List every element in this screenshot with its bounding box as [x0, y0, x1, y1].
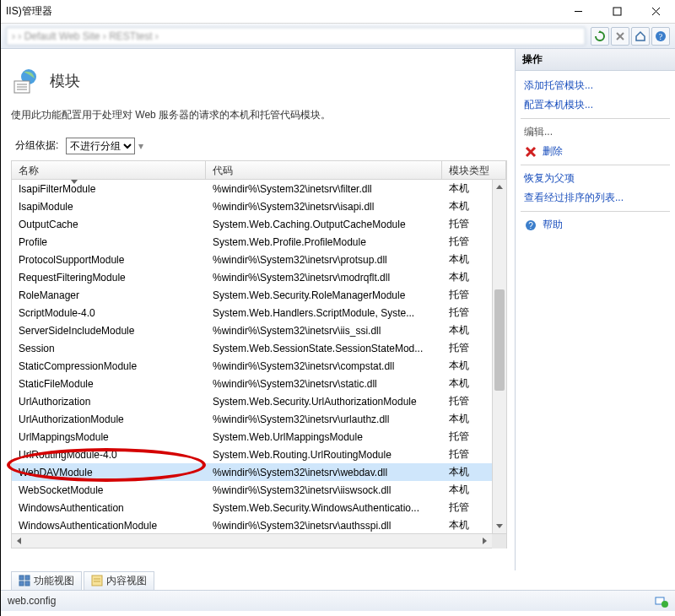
svg-rect-20: [25, 581, 30, 586]
table-row[interactable]: UrlAuthorizationModule%windir%\System32\…: [12, 410, 492, 428]
page-description: 使用此功能配置用于处理对 Web 服务器的请求的本机和托管代码模块。: [11, 108, 511, 122]
cell-name: ScriptModule-4.0: [12, 307, 206, 319]
cell-name: UrlMappingsModule: [12, 431, 206, 443]
page-title: 模块: [50, 71, 80, 91]
cell-code: %windir%\System32\inetsrv\urlauthz.dll: [206, 413, 442, 425]
refresh-icon[interactable]: [591, 27, 609, 46]
cell-name: Profile: [12, 236, 206, 248]
table-row[interactable]: UrlRoutingModule-4.0System.Web.Routing.U…: [12, 446, 492, 463]
cell-code: %windir%\System32\inetsrv\static.dll: [206, 378, 442, 390]
actions-header: 操作: [516, 49, 675, 71]
cell-name: UrlAuthorization: [12, 396, 206, 408]
cell-type: 本机: [442, 199, 492, 213]
svg-rect-1: [613, 8, 621, 15]
scroll-right-arrow[interactable]: [478, 534, 492, 548]
vertical-scrollbar[interactable]: [492, 180, 506, 533]
col-type[interactable]: 模块类型: [442, 161, 506, 179]
action-delete[interactable]: 删除: [519, 142, 672, 161]
action-configure-native[interactable]: 配置本机模块...: [519, 95, 672, 115]
cell-code: %windir%\System32\inetsrv\webdav.dll: [206, 467, 442, 478]
breadcrumb-field[interactable]: › › Default Web Site › RESTtest ›: [6, 27, 586, 46]
maximize-button[interactable]: [597, 0, 636, 23]
minimize-button[interactable]: [559, 0, 597, 23]
cell-type: 本机: [442, 518, 492, 532]
table-row[interactable]: RequestFilteringModule%windir%\System32\…: [12, 268, 492, 286]
cell-type: 本机: [442, 181, 492, 196]
cell-type: 托管: [442, 288, 492, 302]
table-row[interactable]: IsapiFilterModule%windir%\System32\inets…: [12, 180, 492, 197]
modules-icon: [11, 66, 41, 96]
table-row[interactable]: ProfileSystem.Web.Profile.ProfileModule托…: [12, 233, 492, 251]
action-add-managed[interactable]: 添加托管模块...: [519, 76, 672, 95]
table-row[interactable]: ScriptModule-4.0System.Web.Handlers.Scri…: [12, 304, 492, 322]
cell-type: 托管: [442, 341, 492, 355]
cell-code: System.Web.Routing.UrlRoutingModule: [206, 449, 442, 461]
table-row[interactable]: WindowsAuthenticationSystem.Web.Security…: [12, 499, 492, 516]
table-row[interactable]: WindowsAuthenticationModule%windir%\Syst…: [12, 516, 492, 533]
separator: [521, 211, 670, 212]
scroll-down-arrow[interactable]: [493, 519, 506, 533]
cell-name: StaticFileModule: [12, 378, 206, 390]
cell-code: %windir%\System32\inetsrv\protsup.dll: [206, 254, 442, 266]
action-edit[interactable]: 编辑...: [519, 122, 672, 142]
cell-code: System.Web.Security.UrlAuthorizationModu…: [206, 396, 442, 408]
table-row[interactable]: RoleManagerSystem.Web.Security.RoleManag…: [12, 286, 492, 304]
action-help[interactable]: ? 帮助: [519, 215, 672, 235]
nav-icons: ?: [591, 27, 670, 46]
table-row[interactable]: UrlAuthorizationSystem.Web.Security.UrlA…: [12, 392, 492, 410]
close-button[interactable]: [636, 0, 675, 23]
table-row[interactable]: StaticFileModule%windir%\System32\inetsr…: [12, 375, 492, 392]
home-icon[interactable]: [631, 27, 650, 46]
tab-content-view[interactable]: 内容视图: [84, 571, 154, 590]
stop-icon[interactable]: [611, 27, 629, 46]
table-row[interactable]: IsapiModule%windir%\System32\inetsrv\isa…: [12, 197, 492, 215]
cell-type: 本机: [442, 412, 492, 426]
tab-features-view[interactable]: 功能视图: [11, 571, 82, 590]
cell-name: UrlAuthorizationModule: [12, 413, 206, 425]
cell-type: 托管: [442, 430, 492, 444]
cell-name: WebSocketModule: [12, 484, 206, 496]
scroll-thumb[interactable]: [494, 289, 505, 391]
cell-type: 托管: [442, 235, 492, 249]
table-row[interactable]: WebSocketModule%windir%\System32\inetsrv…: [12, 481, 492, 499]
cell-name: ServerSideIncludeModule: [12, 325, 206, 337]
col-name[interactable]: 名称: [12, 161, 206, 179]
view-tabs: 功能视图 内容视图: [1, 570, 675, 591]
cell-type: 托管: [442, 500, 492, 515]
action-view-ordered[interactable]: 查看经过排序的列表...: [519, 188, 672, 208]
help-icon[interactable]: ?: [651, 27, 670, 46]
action-revert-parent[interactable]: 恢复为父项: [519, 169, 672, 188]
content-icon: [91, 575, 103, 586]
group-by-label: 分组依据:: [11, 136, 62, 155]
col-code[interactable]: 代码: [206, 161, 442, 179]
table-row[interactable]: StaticCompressionModule%windir%\System32…: [12, 357, 492, 375]
cell-code: System.Web.Profile.ProfileModule: [206, 236, 442, 248]
table-row[interactable]: SessionSystem.Web.SessionState.SessionSt…: [12, 339, 492, 357]
cell-name: IsapiModule: [12, 201, 206, 213]
page-header: 模块: [11, 66, 511, 96]
cell-code: %windir%\System32\inetsrv\iis_ssi.dll: [206, 325, 442, 337]
cell-code: %windir%\System32\inetsrv\iiswsock.dll: [206, 484, 442, 496]
help-icon: ?: [524, 219, 537, 232]
scroll-left-arrow[interactable]: [12, 534, 26, 548]
group-by-select[interactable]: 不进行分组: [66, 138, 135, 154]
table-row[interactable]: ProtocolSupportModule%windir%\System32\i…: [12, 251, 492, 268]
cell-type: 本机: [442, 359, 492, 373]
svg-point-25: [662, 601, 668, 608]
table-row[interactable]: UrlMappingsModuleSystem.Web.UrlMappingsM…: [12, 428, 492, 446]
content-pane: 模块 使用此功能配置用于处理对 Web 服务器的请求的本机和托管代码模块。 分组…: [1, 49, 515, 570]
horizontal-scrollbar[interactable]: [12, 533, 506, 548]
scroll-up-arrow[interactable]: [493, 180, 506, 194]
cell-code: System.Web.Security.WindowsAuthenticatio…: [206, 502, 442, 514]
cell-code: %windir%\System32\inetsrv\compstat.dll: [206, 360, 442, 372]
cell-name: ProtocolSupportModule: [12, 254, 206, 266]
svg-rect-21: [92, 575, 102, 586]
cell-type: 托管: [442, 447, 492, 462]
table-row[interactable]: WebDAVModule%windir%\System32\inetsrv\we…: [12, 463, 492, 481]
table-row[interactable]: OutputCacheSystem.Web.Caching.OutputCach…: [12, 215, 492, 233]
table-row[interactable]: ServerSideIncludeModule%windir%\System32…: [12, 322, 492, 339]
modules-table: 名称 代码 模块类型 IsapiFilterModule%windir%\Sys…: [11, 160, 507, 548]
cell-type: 托管: [442, 217, 492, 231]
features-icon: [19, 575, 30, 586]
cell-name: OutputCache: [12, 219, 206, 230]
